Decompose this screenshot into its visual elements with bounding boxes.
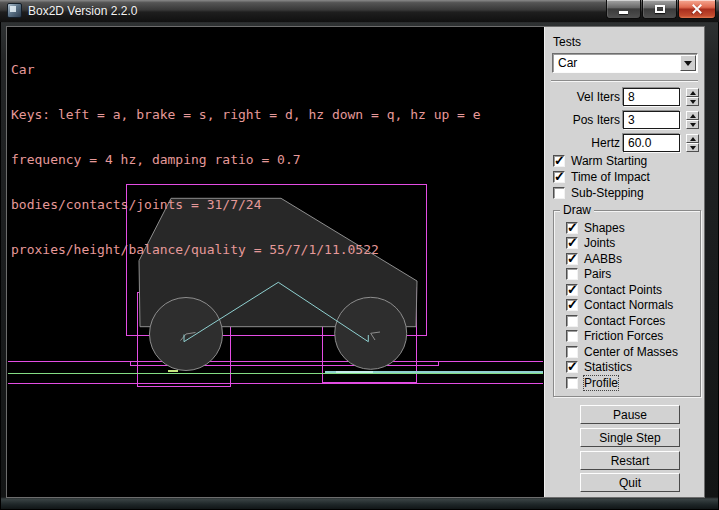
close-button[interactable]	[678, 0, 716, 19]
hertz-spinner-up-button[interactable]	[686, 134, 699, 143]
tests-label: Tests	[553, 35, 581, 49]
center-of-masses-label: Center of Masses	[584, 345, 678, 359]
profile-label: Profile	[584, 376, 618, 390]
sub-stepping-checkbox[interactable]	[553, 187, 565, 199]
quit-button[interactable]: Quit	[580, 473, 680, 492]
separator-line	[551, 80, 698, 82]
friction-forces-label: Friction Forces	[584, 329, 663, 343]
test-title-line: Car	[11, 62, 481, 77]
joints-checkbox[interactable]	[566, 237, 578, 249]
contact-normals-checkbox[interactable]	[566, 299, 578, 311]
contact-forces-label: Contact Forces	[584, 314, 665, 328]
arrow-down-icon	[690, 146, 696, 150]
app-window: Box2D Version 2.2.0	[0, 0, 719, 510]
shapes-label: Shapes	[584, 221, 625, 235]
tests-dropdown-arrow-button[interactable]	[680, 55, 696, 71]
app-icon[interactable]	[7, 3, 22, 18]
statistics-label: Statistics	[584, 360, 632, 374]
profile-checkbox[interactable]	[566, 377, 578, 389]
warm-starting-label: Warm Starting	[571, 154, 647, 168]
control-panel: Tests Car Vel Iters	[544, 27, 704, 497]
bodies-line: bodies/contacts/joints = 31/7/24	[11, 197, 481, 212]
pos-iters-spinner	[686, 111, 699, 130]
vel-iters-spinner-down-button[interactable]	[686, 97, 699, 106]
minimize-button[interactable]	[606, 0, 641, 19]
shapes-checkbox[interactable]	[566, 222, 578, 234]
title-bar: Box2D Version 2.2.0	[0, 0, 719, 22]
vel-iters-label: Vel Iters	[577, 90, 620, 104]
window-controls	[605, 0, 716, 19]
pos-iters-spinner-down-button[interactable]	[686, 120, 699, 129]
pos-iters-row: Pos Iters	[545, 111, 705, 130]
pairs-checkbox[interactable]	[566, 268, 578, 280]
chevron-down-icon	[684, 61, 692, 66]
center-of-masses-checkbox[interactable]	[566, 346, 578, 358]
minimize-icon	[619, 11, 628, 14]
contact-forces-checkbox[interactable]	[566, 315, 578, 327]
aabbs-label: AABBs	[584, 252, 622, 266]
client-area: Car Keys: left = a, brake = s, right = d…	[7, 27, 704, 497]
arrow-down-icon	[690, 100, 696, 104]
pairs-label: Pairs	[584, 267, 611, 281]
pause-button[interactable]: Pause	[580, 405, 680, 424]
aabbs-checkbox[interactable]	[566, 253, 578, 265]
hertz-spinner-down-button[interactable]	[686, 143, 699, 152]
pos-iters-label: Pos Iters	[573, 113, 620, 127]
physics-canvas[interactable]: Car Keys: left = a, brake = s, right = d…	[7, 27, 544, 497]
arrow-down-icon	[690, 123, 696, 127]
restart-button[interactable]: Restart	[580, 451, 680, 470]
vel-iters-input[interactable]	[623, 88, 680, 106]
hertz-label: Hertz	[591, 136, 620, 150]
vel-iters-spinner	[686, 88, 699, 107]
arrow-up-icon	[690, 137, 696, 141]
tests-dropdown-value: Car	[558, 56, 577, 70]
arrow-up-icon	[690, 114, 696, 118]
warm-starting-checkbox[interactable]	[553, 155, 565, 167]
contact-points-label: Contact Points	[584, 283, 662, 297]
time-of-impact-checkbox[interactable]	[553, 171, 565, 183]
maximize-icon	[655, 5, 665, 13]
hertz-spinner	[686, 134, 699, 153]
vel-iters-row: Vel Iters	[545, 88, 705, 107]
keys-line: Keys: left = a, brake = s, right = d, hz…	[11, 107, 481, 122]
friction-forces-checkbox[interactable]	[566, 330, 578, 342]
vel-iters-spinner-up-button[interactable]	[686, 88, 699, 97]
arrow-up-icon	[690, 91, 696, 95]
contact-points-checkbox[interactable]	[566, 284, 578, 296]
proxies-line: proxies/height/balance/quality = 55/7/1/…	[11, 242, 481, 257]
stats-text: Car Keys: left = a, brake = s, right = d…	[11, 32, 481, 287]
single-step-button[interactable]: Single Step	[580, 428, 680, 447]
time-of-impact-label: Time of Impact	[571, 170, 650, 184]
pos-iters-input[interactable]	[623, 111, 680, 129]
draw-group: Draw Shapes Joints AABBs Pairs	[553, 210, 701, 397]
sub-stepping-label: Sub-Stepping	[571, 186, 644, 200]
contact-normals-label: Contact Normals	[584, 298, 673, 312]
pos-iters-spinner-up-button[interactable]	[686, 111, 699, 120]
window-title: Box2D Version 2.2.0	[28, 4, 137, 18]
frequency-line: frequency = 4 hz, damping ratio = 0.7	[11, 152, 481, 167]
maximize-button[interactable]	[642, 0, 677, 19]
draw-group-label: Draw	[560, 203, 594, 217]
hertz-row: Hertz	[545, 134, 705, 153]
joints-label: Joints	[584, 236, 615, 250]
hertz-input[interactable]	[623, 134, 680, 152]
statistics-checkbox[interactable]	[566, 361, 578, 373]
close-icon	[691, 4, 703, 14]
tests-dropdown[interactable]: Car	[552, 53, 698, 73]
